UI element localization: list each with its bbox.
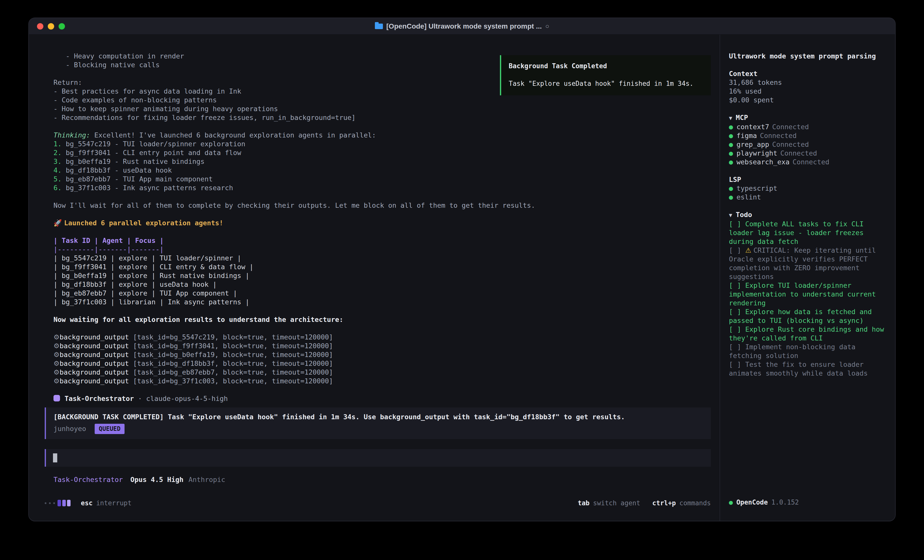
prompt-input[interactable]: [45, 449, 711, 467]
terminal-text: Now I'll wait for all of them to complet…: [54, 201, 535, 209]
terminal-text: background_output: [60, 351, 133, 359]
terminal-line: Now waiting for all exploration results …: [54, 315, 710, 324]
gear-icon: ⚙: [54, 359, 60, 367]
todo-section: ▼Todo [ ] Complete ALL tasks to fix CLI …: [729, 210, 886, 377]
terminal-line: ⚙background_output [task_id=bg_5547c219,…: [54, 333, 710, 341]
terminal-text: | Task ID | Agent | Focus |: [54, 237, 164, 244]
lsp-section: LSP ●typescript●eslint: [729, 175, 886, 201]
status-dot-icon: ●: [729, 149, 733, 157]
zoom-button[interactable]: [58, 23, 65, 30]
todo-list: [ ] Complete ALL tasks to fix CLI loader…: [729, 220, 886, 377]
agent-name[interactable]: Task-Orchestrator: [54, 476, 123, 484]
agent-square-icon: [54, 395, 60, 401]
lsp-list: ●typescript●eslint: [729, 184, 886, 201]
terminal-text: Return:: [54, 79, 82, 86]
terminal-line: | bg_37f1c003 | librarian | Ink async pa…: [54, 298, 710, 306]
status-dot-icon: ●: [729, 132, 733, 139]
terminal-text: background_output: [60, 359, 133, 367]
lsp-item: ●typescript: [729, 184, 886, 193]
terminal-line: Thinking: Excellent! I've launched 6 bac…: [54, 131, 710, 139]
status-dot-icon: ●: [729, 193, 733, 201]
terminal-line: [54, 122, 710, 131]
mcp-status: Connected: [793, 158, 830, 166]
activity-spinner-icon: [45, 500, 72, 506]
window-controls: [29, 23, 65, 30]
terminal-text: bg_b0effa19 - Rust native bindings: [66, 157, 205, 165]
rocket-icon: 🚀: [54, 219, 64, 227]
status-dot-icon: ●: [729, 158, 733, 166]
terminal-text: - Recommendations for fixing loader free…: [54, 114, 356, 121]
system-message-text: [BACKGROUND TASK COMPLETED] Task "Explor…: [54, 412, 703, 421]
terminal-text: background_output: [60, 368, 133, 376]
sidebar: Ultrawork mode system prompt parsing Con…: [720, 34, 895, 521]
close-button[interactable]: [37, 23, 44, 30]
terminal-line: Now I'll wait for all of them to complet…: [54, 201, 710, 210]
terminal-line: | bg_f9ff3041 | explore | CLI entry & da…: [54, 262, 710, 271]
terminal-text: 3.: [54, 157, 66, 165]
chat-main: - Heavy computation in render - Blocking…: [29, 34, 720, 521]
status-circle-icon: ○: [545, 22, 549, 30]
app-version-number: 1.0.152: [771, 499, 799, 506]
todo-section-header[interactable]: ▼Todo: [729, 210, 886, 220]
notification-title: Background Task Completed: [509, 62, 703, 70]
todo-item: [ ] Implement non-blocking data fetching…: [729, 343, 886, 360]
terminal-text: - Heavy computation in render: [54, 52, 184, 60]
terminal-line: [54, 306, 710, 315]
lsp-heading: LSP: [729, 175, 886, 184]
terminal-text: background_output: [60, 377, 133, 385]
terminal-line: 3. bg_b0effa19 - Rust native bindings: [54, 157, 710, 166]
lsp-name: eslint: [736, 193, 761, 201]
terminal-text: - How to keep spinner animating during h…: [54, 105, 278, 113]
warning-icon: ⚠: [745, 246, 753, 254]
terminal-text: Launched 6 parallel exploration agents!: [64, 219, 223, 227]
mcp-item: ●websearch_exaConnected: [729, 157, 886, 166]
terminal-line: - Recommendations for fixing loader free…: [54, 113, 710, 122]
model-name[interactable]: Opus 4.5 High: [130, 476, 183, 484]
lsp-name: typescript: [736, 184, 777, 192]
todo-item: [ ] Test the fix to ensure loader animat…: [729, 360, 886, 377]
terminal-text: 5.: [54, 175, 66, 183]
terminal-line: [54, 227, 710, 236]
esc-key-label: interrupt: [96, 499, 132, 507]
terminal-text: - Code examples of non-blocking patterns: [54, 96, 217, 104]
terminal-text: bg_df18bb3f - useData hook: [66, 166, 172, 174]
terminal-line: [54, 192, 710, 201]
window-title-text: [OpenCode] Ultrawork mode system prompt …: [386, 22, 542, 30]
gear-icon: ⚙: [54, 351, 60, 359]
terminal-text: [task_id=bg_df18bb3f, block=true, timeou…: [133, 359, 333, 367]
terminal-text: bg_eb87ebb7 - TUI App main component: [66, 175, 213, 183]
terminal-line: | bg_df18bb3f | explore | useData hook |: [54, 280, 710, 289]
collapse-triangle-icon: ▼: [729, 115, 732, 121]
tab-key-hint: tab: [578, 499, 590, 507]
mcp-item: ●figmaConnected: [729, 131, 886, 140]
session-title: Ultrawork mode system prompt parsing: [729, 52, 886, 60]
mcp-status: Connected: [760, 132, 797, 139]
terminal-text: Thinking:: [54, 131, 90, 139]
agent-info: Task-OrchestratorOpus 4.5 HighAnthropic: [54, 475, 711, 484]
terminal-line: 6. bg_37f1c003 - Ink async patterns rese…: [54, 183, 710, 192]
terminal-text: Excellent! I've launched 6 background ex…: [90, 131, 376, 139]
terminal-line: ⚙background_output [task_id=bg_f9ff3041,…: [54, 341, 710, 350]
terminal-text: [task_id=bg_eb87ebb7, block=true, timeou…: [133, 368, 333, 376]
todo-item: [ ] Explore how data is fetched and pass…: [729, 307, 886, 325]
terminal-text: - Best practices for async data loading …: [54, 87, 241, 95]
terminal-text: - Blocking native calls: [54, 61, 160, 69]
esc-key-hint: esc: [81, 499, 93, 507]
minimize-button[interactable]: [48, 23, 54, 30]
mcp-item: ●grep_appConnected: [729, 140, 886, 149]
todo-item: [ ] ⚠ CRITICAL: Keep iterating until Ora…: [729, 246, 886, 281]
todo-heading: Todo: [736, 211, 752, 219]
terminal-line: - Code examples of non-blocking patterns: [54, 96, 710, 104]
context-used: 16% used: [729, 87, 886, 96]
app-window: [OpenCode] Ultrawork mode system prompt …: [28, 18, 896, 521]
status-dot-icon: ●: [729, 123, 733, 131]
terminal-line: [54, 324, 710, 333]
terminal-line: |---------|-------|-------|: [54, 245, 710, 254]
status-bar-right: tab switch agent ctrl+p commands: [578, 499, 711, 507]
terminal-line: 4. bg_df18bb3f - useData hook: [54, 166, 710, 175]
mcp-name: grep_app: [736, 141, 769, 148]
mcp-name: context7: [736, 123, 769, 131]
terminal-text: | bg_37f1c003 | librarian | Ink async pa…: [54, 298, 249, 306]
terminal-text: · claude-opus-4-5-high: [134, 395, 228, 403]
mcp-section-header[interactable]: ▼MCP: [729, 113, 886, 123]
